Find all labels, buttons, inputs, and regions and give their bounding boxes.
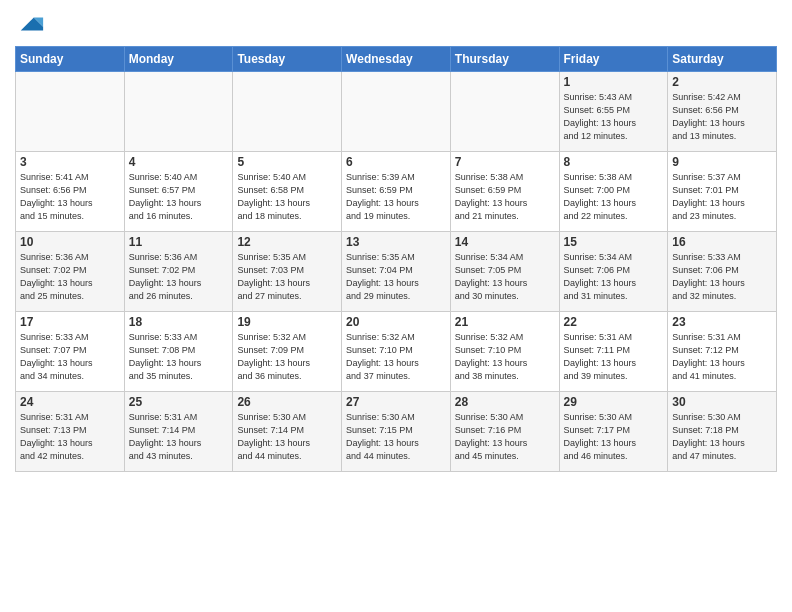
day-number: 27 bbox=[346, 395, 446, 409]
day-cell: 21Sunrise: 5:32 AM Sunset: 7:10 PM Dayli… bbox=[450, 312, 559, 392]
day-number: 7 bbox=[455, 155, 555, 169]
day-info: Sunrise: 5:30 AM Sunset: 7:15 PM Dayligh… bbox=[346, 411, 446, 463]
day-cell bbox=[16, 72, 125, 152]
day-info: Sunrise: 5:37 AM Sunset: 7:01 PM Dayligh… bbox=[672, 171, 772, 223]
day-cell: 10Sunrise: 5:36 AM Sunset: 7:02 PM Dayli… bbox=[16, 232, 125, 312]
day-cell: 28Sunrise: 5:30 AM Sunset: 7:16 PM Dayli… bbox=[450, 392, 559, 472]
day-cell: 2Sunrise: 5:42 AM Sunset: 6:56 PM Daylig… bbox=[668, 72, 777, 152]
day-number: 1 bbox=[564, 75, 664, 89]
day-cell: 29Sunrise: 5:30 AM Sunset: 7:17 PM Dayli… bbox=[559, 392, 668, 472]
header bbox=[15, 10, 777, 38]
day-number: 14 bbox=[455, 235, 555, 249]
day-number: 30 bbox=[672, 395, 772, 409]
day-cell: 15Sunrise: 5:34 AM Sunset: 7:06 PM Dayli… bbox=[559, 232, 668, 312]
week-row-2: 3Sunrise: 5:41 AM Sunset: 6:56 PM Daylig… bbox=[16, 152, 777, 232]
day-number: 13 bbox=[346, 235, 446, 249]
day-cell: 11Sunrise: 5:36 AM Sunset: 7:02 PM Dayli… bbox=[124, 232, 233, 312]
day-info: Sunrise: 5:32 AM Sunset: 7:10 PM Dayligh… bbox=[346, 331, 446, 383]
day-info: Sunrise: 5:32 AM Sunset: 7:09 PM Dayligh… bbox=[237, 331, 337, 383]
day-number: 23 bbox=[672, 315, 772, 329]
day-number: 17 bbox=[20, 315, 120, 329]
weekday-header-row: SundayMondayTuesdayWednesdayThursdayFrid… bbox=[16, 47, 777, 72]
day-cell bbox=[450, 72, 559, 152]
weekday-header-sunday: Sunday bbox=[16, 47, 125, 72]
day-number: 18 bbox=[129, 315, 229, 329]
day-number: 28 bbox=[455, 395, 555, 409]
day-info: Sunrise: 5:31 AM Sunset: 7:12 PM Dayligh… bbox=[672, 331, 772, 383]
day-number: 22 bbox=[564, 315, 664, 329]
day-number: 9 bbox=[672, 155, 772, 169]
week-row-4: 17Sunrise: 5:33 AM Sunset: 7:07 PM Dayli… bbox=[16, 312, 777, 392]
day-number: 2 bbox=[672, 75, 772, 89]
day-cell: 13Sunrise: 5:35 AM Sunset: 7:04 PM Dayli… bbox=[342, 232, 451, 312]
logo-icon bbox=[17, 10, 45, 38]
day-cell: 20Sunrise: 5:32 AM Sunset: 7:10 PM Dayli… bbox=[342, 312, 451, 392]
page: SundayMondayTuesdayWednesdayThursdayFrid… bbox=[0, 0, 792, 482]
day-number: 25 bbox=[129, 395, 229, 409]
day-cell: 25Sunrise: 5:31 AM Sunset: 7:14 PM Dayli… bbox=[124, 392, 233, 472]
day-cell: 3Sunrise: 5:41 AM Sunset: 6:56 PM Daylig… bbox=[16, 152, 125, 232]
day-cell: 18Sunrise: 5:33 AM Sunset: 7:08 PM Dayli… bbox=[124, 312, 233, 392]
day-number: 16 bbox=[672, 235, 772, 249]
day-info: Sunrise: 5:30 AM Sunset: 7:18 PM Dayligh… bbox=[672, 411, 772, 463]
weekday-header-monday: Monday bbox=[124, 47, 233, 72]
day-info: Sunrise: 5:34 AM Sunset: 7:06 PM Dayligh… bbox=[564, 251, 664, 303]
day-cell: 23Sunrise: 5:31 AM Sunset: 7:12 PM Dayli… bbox=[668, 312, 777, 392]
day-info: Sunrise: 5:31 AM Sunset: 7:11 PM Dayligh… bbox=[564, 331, 664, 383]
day-info: Sunrise: 5:30 AM Sunset: 7:14 PM Dayligh… bbox=[237, 411, 337, 463]
weekday-header-wednesday: Wednesday bbox=[342, 47, 451, 72]
day-number: 5 bbox=[237, 155, 337, 169]
day-cell: 24Sunrise: 5:31 AM Sunset: 7:13 PM Dayli… bbox=[16, 392, 125, 472]
day-info: Sunrise: 5:40 AM Sunset: 6:58 PM Dayligh… bbox=[237, 171, 337, 223]
day-info: Sunrise: 5:42 AM Sunset: 6:56 PM Dayligh… bbox=[672, 91, 772, 143]
day-cell: 8Sunrise: 5:38 AM Sunset: 7:00 PM Daylig… bbox=[559, 152, 668, 232]
day-number: 6 bbox=[346, 155, 446, 169]
day-info: Sunrise: 5:38 AM Sunset: 6:59 PM Dayligh… bbox=[455, 171, 555, 223]
day-cell: 30Sunrise: 5:30 AM Sunset: 7:18 PM Dayli… bbox=[668, 392, 777, 472]
day-info: Sunrise: 5:35 AM Sunset: 7:03 PM Dayligh… bbox=[237, 251, 337, 303]
week-row-1: 1Sunrise: 5:43 AM Sunset: 6:55 PM Daylig… bbox=[16, 72, 777, 152]
day-cell: 7Sunrise: 5:38 AM Sunset: 6:59 PM Daylig… bbox=[450, 152, 559, 232]
day-number: 4 bbox=[129, 155, 229, 169]
day-cell bbox=[233, 72, 342, 152]
day-number: 29 bbox=[564, 395, 664, 409]
calendar-table: SundayMondayTuesdayWednesdayThursdayFrid… bbox=[15, 46, 777, 472]
day-cell bbox=[342, 72, 451, 152]
day-cell: 19Sunrise: 5:32 AM Sunset: 7:09 PM Dayli… bbox=[233, 312, 342, 392]
day-info: Sunrise: 5:34 AM Sunset: 7:05 PM Dayligh… bbox=[455, 251, 555, 303]
day-cell: 9Sunrise: 5:37 AM Sunset: 7:01 PM Daylig… bbox=[668, 152, 777, 232]
day-number: 20 bbox=[346, 315, 446, 329]
day-info: Sunrise: 5:31 AM Sunset: 7:14 PM Dayligh… bbox=[129, 411, 229, 463]
day-cell: 1Sunrise: 5:43 AM Sunset: 6:55 PM Daylig… bbox=[559, 72, 668, 152]
weekday-header-tuesday: Tuesday bbox=[233, 47, 342, 72]
day-info: Sunrise: 5:38 AM Sunset: 7:00 PM Dayligh… bbox=[564, 171, 664, 223]
weekday-header-thursday: Thursday bbox=[450, 47, 559, 72]
day-number: 12 bbox=[237, 235, 337, 249]
day-number: 3 bbox=[20, 155, 120, 169]
day-cell: 6Sunrise: 5:39 AM Sunset: 6:59 PM Daylig… bbox=[342, 152, 451, 232]
day-info: Sunrise: 5:36 AM Sunset: 7:02 PM Dayligh… bbox=[20, 251, 120, 303]
day-number: 10 bbox=[20, 235, 120, 249]
day-cell: 4Sunrise: 5:40 AM Sunset: 6:57 PM Daylig… bbox=[124, 152, 233, 232]
day-info: Sunrise: 5:30 AM Sunset: 7:17 PM Dayligh… bbox=[564, 411, 664, 463]
day-cell: 14Sunrise: 5:34 AM Sunset: 7:05 PM Dayli… bbox=[450, 232, 559, 312]
weekday-header-saturday: Saturday bbox=[668, 47, 777, 72]
day-cell: 16Sunrise: 5:33 AM Sunset: 7:06 PM Dayli… bbox=[668, 232, 777, 312]
day-info: Sunrise: 5:33 AM Sunset: 7:07 PM Dayligh… bbox=[20, 331, 120, 383]
day-info: Sunrise: 5:32 AM Sunset: 7:10 PM Dayligh… bbox=[455, 331, 555, 383]
day-number: 26 bbox=[237, 395, 337, 409]
day-cell: 26Sunrise: 5:30 AM Sunset: 7:14 PM Dayli… bbox=[233, 392, 342, 472]
day-number: 19 bbox=[237, 315, 337, 329]
day-number: 15 bbox=[564, 235, 664, 249]
day-info: Sunrise: 5:35 AM Sunset: 7:04 PM Dayligh… bbox=[346, 251, 446, 303]
day-info: Sunrise: 5:33 AM Sunset: 7:08 PM Dayligh… bbox=[129, 331, 229, 383]
week-row-3: 10Sunrise: 5:36 AM Sunset: 7:02 PM Dayli… bbox=[16, 232, 777, 312]
day-info: Sunrise: 5:30 AM Sunset: 7:16 PM Dayligh… bbox=[455, 411, 555, 463]
day-cell: 12Sunrise: 5:35 AM Sunset: 7:03 PM Dayli… bbox=[233, 232, 342, 312]
day-info: Sunrise: 5:43 AM Sunset: 6:55 PM Dayligh… bbox=[564, 91, 664, 143]
day-info: Sunrise: 5:36 AM Sunset: 7:02 PM Dayligh… bbox=[129, 251, 229, 303]
day-number: 24 bbox=[20, 395, 120, 409]
day-cell: 5Sunrise: 5:40 AM Sunset: 6:58 PM Daylig… bbox=[233, 152, 342, 232]
day-number: 11 bbox=[129, 235, 229, 249]
day-cell bbox=[124, 72, 233, 152]
